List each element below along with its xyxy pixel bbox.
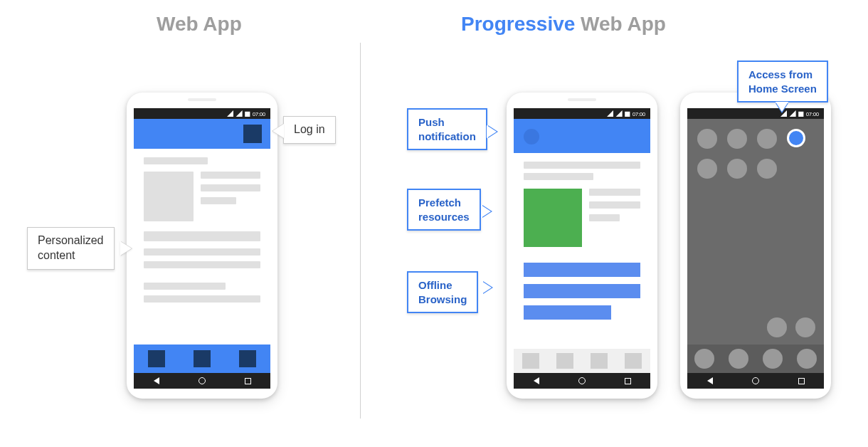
tab-icon xyxy=(522,353,539,369)
offline-content-bar xyxy=(524,305,611,320)
prefetched-image xyxy=(524,189,582,247)
status-bar: 07:00 xyxy=(687,108,824,119)
app-icon xyxy=(697,159,717,179)
login-button-icon xyxy=(243,125,262,143)
phone-home-screen: 07:00 xyxy=(680,93,831,399)
app-icon-grid xyxy=(697,129,818,179)
label-offline: Offline Browsing xyxy=(407,271,478,313)
screen-webapp xyxy=(134,119,270,373)
app-icon xyxy=(757,159,777,179)
dock-icon xyxy=(797,349,817,369)
pointer-personalized xyxy=(120,241,132,256)
text-bar xyxy=(589,189,640,196)
home-dock xyxy=(687,345,824,373)
status-time: 07:00 xyxy=(633,111,645,117)
text-bar xyxy=(201,197,236,204)
status-icons: 07:00 xyxy=(226,110,266,117)
svg-rect-8 xyxy=(798,112,803,117)
phone-web-app: 07:00 xyxy=(127,93,277,399)
text-bar xyxy=(144,231,260,241)
vertical-divider xyxy=(360,43,361,419)
app-icon xyxy=(697,129,717,149)
overview-icon xyxy=(798,378,805,384)
text-bar xyxy=(144,157,208,164)
text-bar xyxy=(201,184,260,191)
overview-icon xyxy=(245,378,251,384)
label-personalized: Personalized content xyxy=(27,227,115,270)
content-area xyxy=(134,149,270,311)
app-icon xyxy=(795,317,815,337)
app-icon xyxy=(727,159,747,179)
pointer-home-screen xyxy=(776,102,788,112)
app-header xyxy=(134,119,270,149)
svg-marker-7 xyxy=(790,110,796,117)
status-bar: 07:00 xyxy=(134,108,270,119)
title-pwa: Progressive Web App xyxy=(461,13,666,36)
content-area xyxy=(514,153,650,335)
home-icon xyxy=(752,377,759,384)
title-pwa-accent: Progressive xyxy=(461,13,575,35)
push-notification-icon xyxy=(524,129,539,144)
pointer-push xyxy=(487,125,497,138)
footer-icon xyxy=(239,350,256,367)
svg-marker-1 xyxy=(236,110,243,117)
dock-icon xyxy=(694,349,714,369)
back-icon xyxy=(154,377,159,384)
home-icon xyxy=(578,377,586,384)
svg-marker-3 xyxy=(607,110,613,117)
text-bar xyxy=(524,173,593,180)
text-bar xyxy=(589,201,640,209)
tab-icon xyxy=(591,353,608,369)
tab-row xyxy=(514,349,650,373)
text-bar xyxy=(144,248,260,256)
dock-icon xyxy=(729,349,748,369)
pointer-offline xyxy=(482,281,492,294)
pointer-login xyxy=(272,124,284,138)
svg-marker-0 xyxy=(227,110,233,117)
title-pwa-rest: Web App xyxy=(575,13,666,35)
status-time: 07:00 xyxy=(253,111,265,117)
pointer-prefetch xyxy=(481,205,491,218)
back-icon xyxy=(534,377,539,384)
home-icon xyxy=(199,377,206,384)
label-push: Push notification xyxy=(407,108,487,150)
text-bar xyxy=(144,283,226,290)
pwa-header xyxy=(514,119,650,153)
android-navbar xyxy=(134,373,270,389)
footer-icon xyxy=(194,350,211,367)
text-bar xyxy=(144,261,260,268)
tab-icon xyxy=(556,353,573,369)
offline-content-bar xyxy=(524,284,640,298)
status-icons: 07:00 xyxy=(606,110,646,117)
footer-nav xyxy=(134,345,270,373)
image-placeholder xyxy=(144,172,194,221)
title-web-app: Web App xyxy=(157,13,242,36)
home-screen xyxy=(687,119,824,373)
text-bar xyxy=(524,162,640,169)
svg-rect-2 xyxy=(245,112,250,117)
phone-speaker xyxy=(188,98,216,101)
label-prefetch: Prefetch resources xyxy=(407,189,481,231)
label-login: Log in xyxy=(283,116,336,144)
android-navbar xyxy=(514,373,650,389)
svg-marker-4 xyxy=(616,110,623,117)
app-icon xyxy=(727,129,747,149)
label-home-screen: Access from Home Screen xyxy=(737,61,828,102)
offline-content-bar xyxy=(524,263,640,277)
android-navbar xyxy=(687,373,824,389)
overview-icon xyxy=(625,378,631,384)
tab-icon xyxy=(625,353,642,369)
text-bar xyxy=(201,172,260,179)
screen-pwa xyxy=(514,119,650,373)
footer-icon xyxy=(148,350,165,367)
text-bar xyxy=(589,214,620,221)
app-icon xyxy=(767,317,787,337)
app-icon xyxy=(757,129,777,149)
svg-rect-5 xyxy=(625,112,630,117)
phone-speaker xyxy=(568,98,596,101)
pwa-home-icon xyxy=(787,129,805,147)
status-time: 07:00 xyxy=(806,111,819,117)
text-bar xyxy=(144,295,260,303)
phone-pwa-app: 07:00 xyxy=(507,93,657,399)
back-icon xyxy=(707,377,713,384)
